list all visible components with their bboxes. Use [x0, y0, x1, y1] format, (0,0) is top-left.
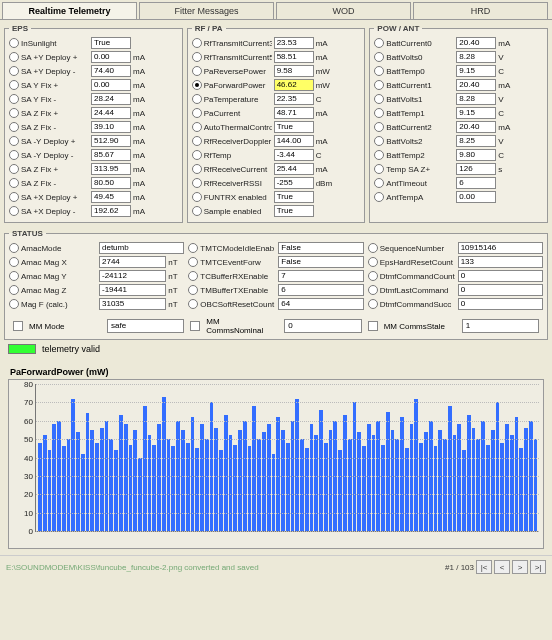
nav-prev-button[interactable]: <: [494, 560, 510, 574]
radio-button[interactable]: [368, 243, 378, 253]
radio-button[interactable]: [192, 178, 202, 188]
radio-button[interactable]: [192, 150, 202, 160]
radio-button[interactable]: [368, 257, 378, 267]
radio-button[interactable]: [9, 52, 19, 62]
radio-button[interactable]: [192, 108, 202, 118]
radio-button[interactable]: [188, 243, 198, 253]
tab-hrd[interactable]: HRD: [413, 2, 548, 19]
radio-button[interactable]: [192, 66, 202, 76]
row-label: SA +Y Deploy +: [21, 53, 89, 62]
radio-button[interactable]: [368, 285, 378, 295]
tab-realtime[interactable]: Realtime Telemetry: [2, 2, 137, 19]
status-label: TMTCEventForw: [200, 258, 276, 267]
radio-button[interactable]: [9, 285, 19, 295]
radio-button[interactable]: [9, 38, 19, 48]
radio-button[interactable]: [374, 52, 384, 62]
grid-line: [36, 476, 539, 477]
radio-button[interactable]: [374, 164, 384, 174]
radio-button[interactable]: [374, 136, 384, 146]
radio-button[interactable]: [192, 164, 202, 174]
radio-button[interactable]: [374, 178, 384, 188]
radio-button[interactable]: [9, 150, 19, 160]
row-unit: C: [498, 151, 518, 160]
rfpa-row: RfReceiverRSSI-255dBm: [192, 176, 361, 190]
grid-line: [36, 458, 539, 459]
radio-button[interactable]: [9, 299, 19, 309]
bar: [400, 417, 404, 531]
radio-button[interactable]: [188, 285, 198, 295]
bar: [262, 432, 266, 531]
radio-button[interactable]: [9, 122, 19, 132]
power-group: POW / ANT BattCurrent020.40mABattVolts08…: [369, 24, 548, 223]
row-label: RfReceiverDoppler: [204, 137, 272, 146]
row-value: True: [91, 37, 131, 49]
radio-button[interactable]: [9, 271, 19, 281]
tab-wod[interactable]: WOD: [276, 2, 411, 19]
row-label: RfTransmitCurrent3: [204, 39, 272, 48]
row-value: 39.10: [91, 121, 131, 133]
radio-button[interactable]: [192, 94, 202, 104]
status-value: 31035: [99, 298, 166, 310]
radio-button[interactable]: [188, 271, 198, 281]
radio-button[interactable]: [9, 94, 19, 104]
radio-button[interactable]: [192, 192, 202, 202]
radio-button[interactable]: [192, 206, 202, 216]
radio-button[interactable]: [192, 38, 202, 48]
radio-button[interactable]: [9, 206, 19, 216]
status-row: SequenceNumber10915146: [368, 241, 543, 255]
radio-button[interactable]: [188, 257, 198, 267]
status-row: TMTCModeIdleEnabFalse: [188, 241, 363, 255]
radio-button[interactable]: [9, 178, 19, 188]
tab-bar: Realtime Telemetry Fitter Messages WOD H…: [0, 0, 552, 20]
radio-button[interactable]: [9, 80, 19, 90]
radio-button[interactable]: [9, 108, 19, 118]
radio-button[interactable]: [9, 164, 19, 174]
radio-button[interactable]: [9, 243, 19, 253]
radio-button[interactable]: [192, 52, 202, 62]
bar: [157, 424, 161, 531]
radio-button[interactable]: [374, 108, 384, 118]
radio-button[interactable]: [9, 192, 19, 202]
status-group: STATUS AmacModedetumbAmac Mag X2744nTAma…: [4, 229, 548, 340]
radio-button[interactable]: [374, 80, 384, 90]
radio-button[interactable]: [9, 257, 19, 267]
radio-button[interactable]: [188, 299, 198, 309]
radio-button[interactable]: [368, 271, 378, 281]
radio-button[interactable]: [368, 299, 378, 309]
radio-button[interactable]: [374, 192, 384, 202]
radio-button[interactable]: [374, 38, 384, 48]
status-row: Amac Mag Y-24112nT: [9, 269, 184, 283]
row-label: RfTransmitCurrent5: [204, 53, 272, 62]
eps-row: SA +X Deploy +49.45mA: [9, 190, 178, 204]
radio-button[interactable]: [374, 66, 384, 76]
mmnom-check[interactable]: [190, 321, 200, 331]
bar: [500, 443, 504, 531]
radio-button[interactable]: [192, 80, 202, 90]
radio-button[interactable]: [374, 150, 384, 160]
status-value: 64: [278, 298, 363, 310]
eps-legend: EPS: [9, 24, 31, 33]
radio-button[interactable]: [9, 66, 19, 76]
mmmode-check[interactable]: [13, 321, 23, 331]
status-row: OBCSoftResetCount64: [188, 297, 363, 311]
y-tick: 40: [24, 453, 36, 462]
row-unit: mA: [316, 53, 336, 62]
status-unit: nT: [168, 258, 184, 267]
row-value: 8.28: [456, 51, 496, 63]
eps-row: SA -Y Deploy +512.90mA: [9, 134, 178, 148]
radio-button[interactable]: [192, 122, 202, 132]
row-label: SA -Y Deploy -: [21, 151, 89, 160]
tab-fitter[interactable]: Fitter Messages: [139, 2, 274, 19]
bar: [90, 430, 94, 531]
radio-button[interactable]: [192, 136, 202, 146]
nav-first-button[interactable]: |<: [476, 560, 492, 574]
row-unit: mA: [498, 81, 518, 90]
row-value: 46.62: [274, 79, 314, 91]
radio-button[interactable]: [374, 122, 384, 132]
radio-button[interactable]: [9, 136, 19, 146]
nav-next-button[interactable]: >: [512, 560, 528, 574]
status-value: 0: [458, 284, 543, 296]
radio-button[interactable]: [374, 94, 384, 104]
mmstale-check[interactable]: [368, 321, 378, 331]
nav-last-button[interactable]: >|: [530, 560, 546, 574]
